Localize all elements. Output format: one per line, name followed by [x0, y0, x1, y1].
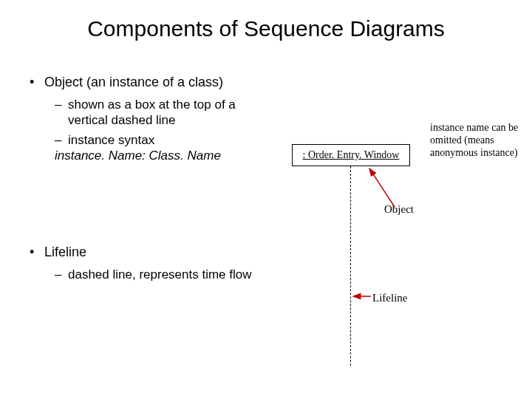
- bullet-object-sub2: instance syntax: [30, 132, 273, 148]
- bullet-object-syntax: instance. Name: Class. Name: [30, 148, 273, 163]
- page-title: Components of Sequence Diagrams: [0, 16, 532, 41]
- bullet-object-sub1: shown as a box at the top of a vertical …: [30, 97, 273, 129]
- label-lifeline: Lifeline: [372, 292, 407, 304]
- uml-lifeline: [350, 166, 351, 366]
- bullet-object: Object (an instance of a class): [30, 74, 273, 91]
- uml-object-box: : Order. Entry. Window: [292, 144, 410, 166]
- uml-object-label: : Order. Entry. Window: [303, 149, 400, 161]
- diagram-note: instance name can be omitted (means anon…: [430, 122, 526, 159]
- diagram-arrows: [0, 0, 532, 399]
- content-left: Object (an instance of a class) shown as…: [30, 74, 273, 164]
- bullet-lifeline: Lifeline: [30, 244, 273, 261]
- svg-line-1: [369, 168, 395, 207]
- content-lifeline: Lifeline dashed line, represents time fl…: [30, 244, 273, 282]
- label-object: Object: [384, 203, 414, 216]
- bullet-lifeline-sub1: dashed line, represents time flow: [30, 267, 273, 282]
